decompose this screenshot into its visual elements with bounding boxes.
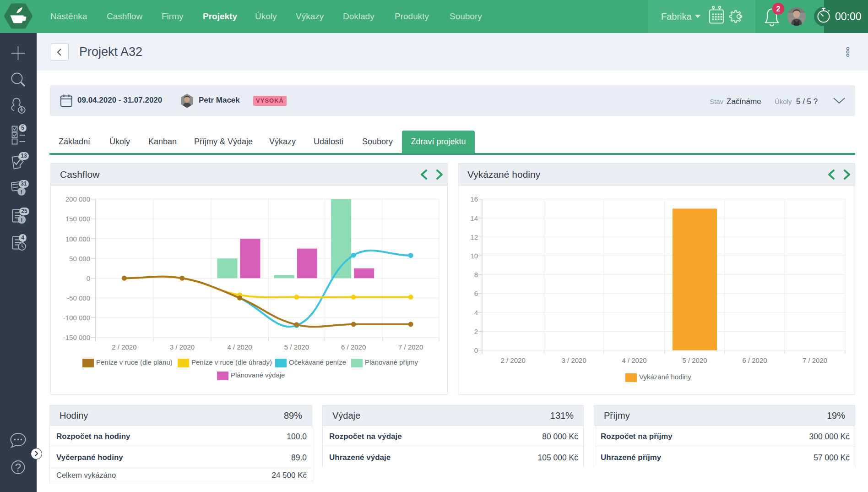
svg-text:5 / 2020: 5 / 2020 [682,356,707,364]
svg-text:5 / 2020: 5 / 2020 [284,343,309,351]
svg-text:6 / 2020: 6 / 2020 [341,343,366,351]
svg-text:2 / 2020: 2 / 2020 [112,343,136,351]
svg-text:14: 14 [470,214,478,222]
svg-text:!: ! [21,189,22,196]
svg-text:?: ? [15,461,21,474]
svg-text:150 000: 150 000 [65,215,90,223]
svg-text:0: 0 [474,346,478,354]
svg-text:8: 8 [474,271,478,279]
svg-text:3 / 2020: 3 / 2020 [170,343,195,351]
svg-text:200 000: 200 000 [65,195,90,203]
svg-text:2: 2 [776,5,781,13]
svg-text:-150 000: -150 000 [63,333,90,341]
svg-text:2 / 2020: 2 / 2020 [501,356,526,364]
svg-text:0: 0 [87,274,90,282]
svg-text:16: 16 [470,195,478,203]
svg-text:7 / 2020: 7 / 2020 [398,343,423,351]
svg-text:2: 2 [474,328,478,335]
svg-text:7 / 2020: 7 / 2020 [803,356,827,364]
svg-text:6: 6 [474,290,478,297]
svg-text:10: 10 [470,252,478,260]
svg-text:4 / 2020: 4 / 2020 [622,356,646,364]
svg-text:3 / 2020: 3 / 2020 [562,356,586,364]
svg-text:50 000: 50 000 [69,255,90,262]
svg-text:12: 12 [470,233,478,241]
svg-text:4: 4 [474,309,478,317]
svg-text:-50 000: -50 000 [67,294,90,302]
svg-text:100 000: 100 000 [65,235,90,243]
svg-text:-100 000: -100 000 [63,314,90,322]
svg-text:!: ! [21,217,22,224]
svg-text:6 / 2020: 6 / 2020 [742,356,767,364]
svg-text:4 / 2020: 4 / 2020 [227,343,252,351]
